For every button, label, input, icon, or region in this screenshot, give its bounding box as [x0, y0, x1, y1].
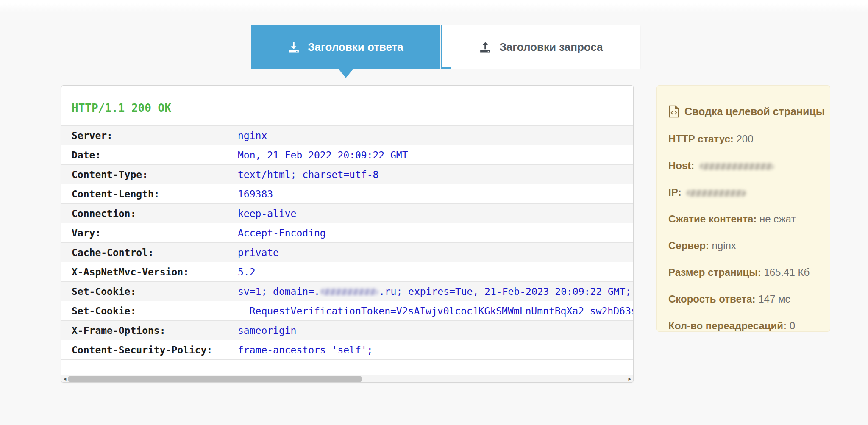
header-value: Mon, 21 Feb 2022 20:09:22 GMT [238, 150, 633, 161]
header-name: X-AspNetMvc-Version: [61, 267, 238, 278]
summary-item-label: Скорость ответа: [668, 293, 758, 305]
header-name: Cache-Control: [61, 247, 238, 258]
summary-item: IP: [668, 186, 818, 198]
summary-item-value: 0 [790, 320, 795, 331]
response-headers-panel: HTTP/1.1 200 OK Server:nginxDate:Mon, 21… [61, 85, 634, 383]
summary-item: Скорость ответа: 147 мс [668, 293, 818, 305]
summary-item: Размер страницы: 165.41 Кб [668, 267, 818, 278]
upload-icon [479, 41, 492, 53]
header-name: Connection: [61, 208, 238, 219]
header-value: sameorigin [238, 325, 633, 336]
header-row: Set-Cookie:sv=1; domain=..ru; expires=Tu… [61, 282, 633, 301]
tab-response-label: Заголовки ответа [308, 41, 403, 54]
http-status-line: HTTP/1.1 200 OK [61, 86, 633, 125]
summary-item-value: nginx [712, 240, 736, 251]
header-row: Server:nginx [61, 126, 633, 145]
summary-item: Сжатие контента: не сжат [668, 213, 818, 225]
summary-item-label: Сжатие контента: [668, 213, 760, 225]
redacted-domain [321, 289, 378, 295]
header-name: Set-Cookie: [61, 286, 238, 297]
header-row: Date:Mon, 21 Feb 2022 20:09:22 GMT [61, 145, 633, 165]
header-value: frame-ancestors 'self'; [238, 344, 633, 356]
header-value: nginx [238, 130, 633, 141]
header-name: Date: [61, 150, 238, 161]
summary-item-label: Host: [668, 160, 697, 171]
summary-item: Сервер: nginx [668, 240, 818, 252]
header-row: X-AspNetMvc-Version:5.2 [61, 262, 633, 282]
header-value: Accept-Encoding [238, 228, 633, 239]
headers-table: Server:nginxDate:Mon, 21 Feb 2022 20:09:… [61, 125, 633, 360]
tab-response-headers[interactable]: Заголовки ответа [251, 25, 440, 69]
header-name: Server: [61, 130, 238, 141]
header-name: Vary: [61, 228, 238, 239]
header-value: sv=1; domain=..ru; expires=Tue, 21-Feb-2… [238, 286, 633, 297]
header-value: 169383 [238, 189, 633, 200]
scroll-right-arrow[interactable]: ► [626, 375, 633, 382]
header-name: Content-Type: [61, 169, 238, 180]
tab-request-label: Заголовки запроса [499, 41, 603, 54]
header-row: Connection:keep-alive [61, 204, 633, 223]
header-row: Set-Cookie:__RequestVerificationToken=V2… [61, 301, 633, 321]
redacted-value [687, 190, 746, 197]
scrollbar-thumb[interactable] [68, 376, 362, 382]
header-row: Content-Type:text/html; charset=utf-8 [61, 165, 633, 184]
header-row: Vary:Accept-Encoding [61, 223, 633, 243]
header-value: private [238, 247, 633, 258]
summary-title-text: Сводка целевой страницы [684, 106, 825, 118]
header-value: __RequestVerificationToken=V2sAIwjv0lcoc… [238, 306, 633, 317]
header-name: Content-Length: [61, 189, 238, 200]
summary-item-value: 165.41 Кб [764, 267, 810, 278]
header-value: 5.2 [238, 267, 633, 278]
scroll-left-arrow[interactable]: ◄ [61, 375, 68, 382]
summary-item-value: 147 мс [758, 293, 790, 305]
target-page-summary-panel: Сводка целевой страницы HTTP статус: 200… [656, 85, 830, 332]
summary-item-label: Кол-во переадресаций: [668, 320, 790, 331]
header-name: Set-Cookie: [61, 306, 238, 317]
header-tabs: Заголовки ответа Заголовки запроса [251, 25, 640, 69]
tab-request-headers[interactable]: Заголовки запроса [441, 25, 640, 69]
summary-title: Сводка целевой страницы [668, 105, 818, 118]
summary-item-label: IP: [668, 186, 684, 198]
header-row: X-Frame-Options:sameorigin [61, 321, 633, 340]
summary-item-label: Сервер: [668, 240, 712, 251]
summary-item: Кол-во переадресаций: 0 [668, 320, 818, 332]
summary-item: HTTP статус: 200 [668, 133, 818, 145]
header-row: Cache-Control:private [61, 243, 633, 262]
summary-item-value: не сжат [760, 213, 796, 225]
download-icon [287, 41, 300, 53]
page-top-fade [0, 0, 868, 14]
header-row: Content-Length:169383 [61, 184, 633, 204]
file-code-icon [668, 105, 679, 118]
summary-item-label: HTTP статус: [668, 133, 736, 144]
summary-item: Host: [668, 160, 818, 172]
summary-item-label: Размер страницы: [668, 267, 764, 278]
horizontal-scrollbar[interactable]: ◄ ► [61, 375, 633, 382]
header-name: Content-Security-Policy: [61, 344, 238, 356]
active-tab-pointer [338, 69, 353, 78]
header-name: X-Frame-Options: [61, 325, 238, 336]
header-value: keep-alive [238, 208, 633, 219]
header-row: Content-Security-Policy:frame-ancestors … [61, 340, 633, 360]
redacted-value [700, 163, 774, 170]
header-value: text/html; charset=utf-8 [238, 169, 633, 180]
summary-list: HTTP статус: 200Host: IP: Сжатие контент… [668, 133, 818, 332]
summary-item-value: 200 [736, 133, 753, 144]
